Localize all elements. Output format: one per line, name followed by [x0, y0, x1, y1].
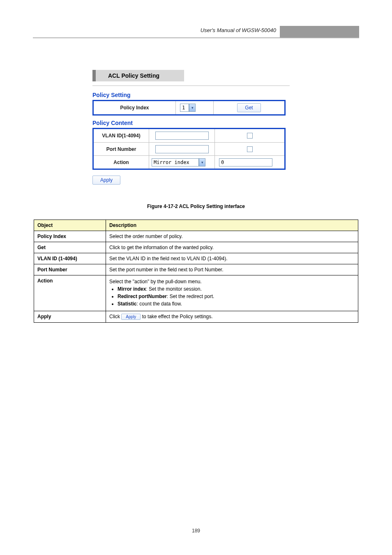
object-cell: Port Number: [34, 264, 106, 275]
apply-desc-prefix: Click: [109, 314, 121, 319]
policy-setting-table: Policy Index 1▾ Get: [92, 100, 286, 116]
port-row: Port Number: [94, 142, 284, 155]
port-input-cell: [149, 143, 215, 155]
policy-setting-heading: Policy Setting: [92, 92, 298, 98]
action-number-input[interactable]: [219, 158, 272, 166]
opt-label: Mirror index: [118, 286, 146, 292]
port-chk-cell: [215, 143, 284, 155]
vlan-checkbox[interactable]: [247, 133, 253, 139]
opt-text: : Set the monitor session.: [146, 286, 201, 292]
policy-index-select[interactable]: 1: [180, 104, 189, 112]
title-bar-accent: [92, 70, 96, 81]
table-row: Apply Click Apply to take effect the Pol…: [34, 311, 358, 323]
policy-content-heading: Policy Content: [92, 120, 298, 126]
list-item: Redirect portNumber: Set the redirect po…: [118, 294, 355, 299]
port-label: Port Number: [94, 143, 149, 155]
col-object-header: Object: [34, 220, 106, 231]
object-cell: VLAN ID (1-4094): [34, 253, 106, 264]
vlan-id-input[interactable]: [155, 132, 209, 140]
chevron-down-icon[interactable]: ▾: [199, 158, 205, 166]
object-cell: Get: [34, 242, 106, 253]
list-item: Statistic: count the data flow.: [118, 301, 355, 307]
acl-title-text: ACL Policy Setting: [96, 70, 184, 81]
description-cell: Click to get the information of the want…: [106, 242, 358, 253]
apply-desc-suffix: to take effect the Policy settings.: [142, 314, 213, 319]
header-gray-bar: [280, 26, 359, 37]
action-select-cell: Mirror index▾: [149, 156, 215, 169]
manual-title: User's Manual of WGSW-50040: [201, 27, 276, 33]
action-select[interactable]: Mirror index: [152, 158, 199, 166]
table-header-row: Object Description: [34, 220, 358, 231]
page-number: 189: [0, 528, 392, 534]
table-row: Policy Index Select the order number of …: [34, 231, 358, 242]
chevron-down-icon[interactable]: ▾: [189, 104, 196, 112]
get-cell: Get: [214, 101, 284, 114]
policy-index-cell: 1▾: [176, 101, 214, 114]
action-num-cell: [215, 156, 284, 169]
port-checkbox[interactable]: [247, 146, 253, 152]
object-cell: Apply: [34, 311, 106, 323]
description-cell: Select the "action" by the pull-down men…: [106, 275, 358, 311]
action-options-list: Mirror index: Set the monitor session. R…: [118, 286, 355, 307]
get-button[interactable]: Get: [237, 103, 261, 112]
vlan-input-cell: [149, 129, 215, 142]
figure-caption: Figure 4-17-2 ACL Policy Setting interfa…: [0, 204, 392, 209]
table-row: Port Number Set the port number in the f…: [34, 264, 358, 275]
opt-label: Redirect portNumber: [118, 294, 167, 299]
description-cell: Click Apply to take effect the Policy se…: [106, 311, 358, 323]
apply-button[interactable]: Apply: [92, 176, 120, 185]
object-cell: Policy Index: [34, 231, 106, 242]
policy-index-row: Policy Index 1▾ Get: [94, 101, 284, 114]
policy-content-table: VLAN ID(1-4094) Port Number Action Mirro…: [92, 128, 286, 170]
title-rule: [92, 86, 290, 86]
action-desc-intro: Select the "action" by the pull-down men…: [109, 279, 355, 284]
figure-screenshot: ACL Policy Setting Policy Setting Policy…: [92, 70, 298, 185]
description-cell: Set the port number in the field next to…: [106, 264, 358, 275]
policy-index-label: Policy Index: [94, 101, 176, 114]
table-row: VLAN ID (1-4094) Set the VLAN ID in the …: [34, 253, 358, 264]
opt-text: : count the data flow.: [137, 301, 182, 307]
port-number-input[interactable]: [155, 145, 209, 153]
opt-text: : Set the redirect port.: [167, 294, 214, 299]
action-label: Action: [94, 156, 149, 169]
acl-title-bar: ACL Policy Setting: [92, 70, 298, 81]
vlan-label: VLAN ID(1-4094): [94, 129, 149, 142]
table-row: Action Select the "action" by the pull-d…: [34, 275, 358, 311]
action-row: Action Mirror index▾: [94, 155, 284, 169]
description-cell: Select the order number of policy.: [106, 231, 358, 242]
col-description-header: Description: [106, 220, 358, 231]
vlan-chk-cell: [215, 129, 284, 142]
apply-inline-button: Apply: [121, 314, 141, 320]
object-cell: Action: [34, 275, 106, 311]
list-item: Mirror index: Set the monitor session.: [118, 286, 355, 292]
description-cell: Set the VLAN ID in the field next to VLA…: [106, 253, 358, 264]
table-row: Get Click to get the information of the …: [34, 242, 358, 253]
vlan-row: VLAN ID(1-4094): [94, 129, 284, 142]
parameter-table: Object Description Policy Index Select t…: [34, 220, 358, 323]
opt-label: Statistic: [118, 301, 137, 307]
header-rule: [33, 37, 359, 38]
